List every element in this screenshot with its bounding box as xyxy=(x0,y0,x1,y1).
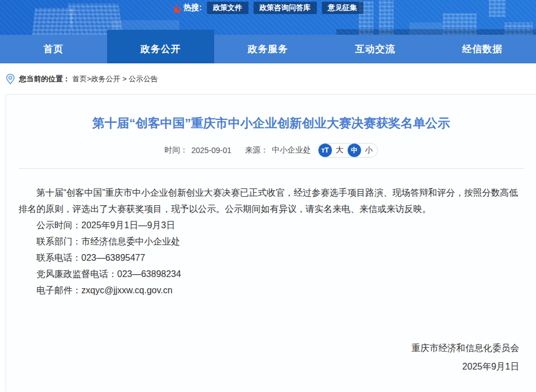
font-size-control: тT 大 中 小 xyxy=(318,143,378,158)
font-size-icon[interactable]: тT xyxy=(318,144,332,157)
meta-time-value: 2025-09-01 xyxy=(191,146,232,155)
banner-shadow-band xyxy=(336,29,536,35)
signature-date: 2025年9月1日 xyxy=(19,357,519,376)
hot-btn-opinion-collect[interactable]: 意见征集 xyxy=(322,2,363,14)
article-signature: 重庆市经济和信息化委员会 2025年9月1日 xyxy=(19,339,524,376)
hot-search-label: 热搜: xyxy=(173,3,202,13)
article-title: 第十届“创客中国”重庆市中小企业创新创业大赛决赛获奖名单公示 xyxy=(19,115,524,132)
flame-icon xyxy=(173,3,181,13)
email-line: 电子邮件：zxqyc@jjxxw.cq.gov.cn xyxy=(19,282,524,298)
signature-org: 重庆市经济和信息化委员会 xyxy=(19,339,519,357)
nav-item-gov-services[interactable]: 政务服务 xyxy=(214,35,321,63)
nav-item-interaction[interactable]: 互动交流 xyxy=(322,35,429,63)
hot-search-label-text: 热搜: xyxy=(183,3,202,13)
font-size-small-button[interactable]: 小 xyxy=(365,145,373,155)
nav-item-econ-data[interactable]: 经信数据 xyxy=(429,35,536,63)
top-banner: 热搜: 政策文件 政策咨询问答库 意见征集 xyxy=(0,0,536,35)
publicity-period-line: 公示时间：2025年9月1日—9月3日 xyxy=(19,217,524,233)
meta-source-value: 中小企业处 xyxy=(272,145,311,155)
meta-source-label: 来源： xyxy=(245,145,269,155)
banner-building xyxy=(489,0,506,17)
banner-building xyxy=(379,0,394,35)
hot-search-bar: 热搜: 政策文件 政策咨询问答库 意见征集 xyxy=(173,2,363,14)
breadcrumb-path[interactable]: 首页>政务公开 > 公示公告 xyxy=(72,74,158,84)
nav-item-home[interactable]: 首页 xyxy=(0,35,107,63)
article-meta-row: 时间： 2025-09-01 来源： 中小企业处 тT 大 中 小 xyxy=(19,143,524,158)
main-nav: 首页 政务公开 政务服务 互动交流 经信数据 xyxy=(0,35,536,63)
nav-item-gov-disclosure[interactable]: 政务公开 xyxy=(107,30,214,63)
article-card: 第十届“创客中国”重庆市中小企业创新创业大赛决赛获奖名单公示 时间： 2025-… xyxy=(6,94,536,392)
meta-time-label: 时间： xyxy=(164,145,188,155)
location-pin-icon xyxy=(6,73,15,85)
banner-building xyxy=(443,13,477,35)
font-size-medium-button[interactable]: 中 xyxy=(348,144,361,157)
banner-building xyxy=(505,22,533,35)
breadcrumb: 您当前的位置： 首页>政务公开 > 公示公告 xyxy=(0,63,536,94)
hot-btn-policy-docs[interactable]: 政策文件 xyxy=(207,2,248,14)
article-paragraph: 第十届“创客中国”重庆市中小企业创新创业大赛决赛已正式收官，经过参赛选手项目路演… xyxy=(19,185,524,217)
contact-department-line: 联系部门：市经济信息委中小企业处 xyxy=(19,233,524,250)
font-size-large-button[interactable]: 大 xyxy=(336,145,344,155)
meta-divider xyxy=(19,168,524,169)
breadcrumb-label: 您当前的位置： xyxy=(19,74,70,84)
supervision-phone-line: 党风廉政监督电话：023—63898234 xyxy=(19,266,524,282)
article-body: 第十届“创客中国”重庆市中小企业创新创业大赛决赛已正式收官，经过参赛选手项目路演… xyxy=(19,185,524,298)
banner-building xyxy=(409,22,443,35)
contact-phone-line: 联系电话：023—63895477 xyxy=(19,250,524,266)
banner-building xyxy=(32,8,74,35)
hot-btn-policy-qa[interactable]: 政策咨询问答库 xyxy=(253,2,317,14)
